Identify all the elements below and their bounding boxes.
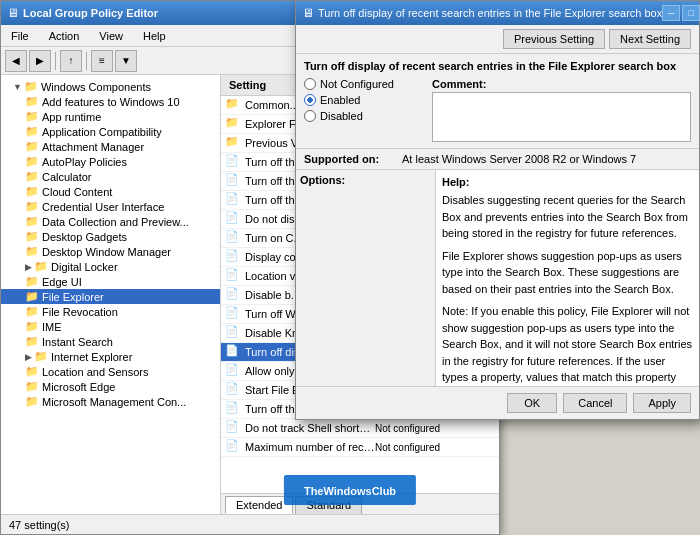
ok-button[interactable]: OK (507, 393, 557, 413)
list-row[interactable]: 📄 Maximum number of recent documents Not… (221, 438, 499, 457)
previous-setting-button[interactable]: Previous Setting (503, 29, 605, 49)
cancel-button[interactable]: Cancel (563, 393, 627, 413)
tree-item-attachment[interactable]: 📁 Attachment Manager (1, 139, 220, 154)
comment-textarea[interactable] (432, 92, 691, 142)
tree-item-digital-locker[interactable]: ▶ 📁 Digital Locker (1, 259, 220, 274)
radio-circle-not-configured (304, 78, 316, 90)
tree-item-app-runtime[interactable]: 📁 App runtime (1, 109, 220, 124)
tree-label: Add features to Windows 10 (42, 96, 180, 108)
tree-label: AutoPlay Policies (42, 156, 127, 168)
dialog-footer: OK Cancel Apply (296, 387, 699, 419)
statusbar: 47 setting(s) (1, 514, 499, 534)
tree-item-autoplay[interactable]: 📁 AutoPlay Policies (1, 154, 220, 169)
row-state: Not configured (375, 423, 495, 434)
policy-icon: 📄 (225, 344, 241, 360)
tree-item-mmc[interactable]: 📁 Microsoft Management Con... (1, 394, 220, 409)
up-button[interactable]: ↑ (60, 50, 82, 72)
radio-not-configured[interactable]: Not Configured (304, 78, 424, 90)
options-label: Options: (300, 174, 431, 186)
tree-label: Instant Search (42, 336, 113, 348)
policy-icon: 📄 (225, 382, 241, 398)
tree-item-cloud[interactable]: 📁 Cloud Content (1, 184, 220, 199)
tree-label: IME (42, 321, 62, 333)
help-para-1: Disables suggesting recent queries for t… (442, 192, 693, 242)
menu-view[interactable]: View (93, 28, 129, 44)
tree-item-file-revocation[interactable]: 📁 File Revocation (1, 304, 220, 319)
dialog-body: Turn off display of recent search entrie… (296, 54, 699, 419)
expand-arrow[interactable]: ▶ (25, 262, 32, 272)
radio-enabled[interactable]: Enabled (304, 94, 424, 106)
policy-icon: 📄 (225, 439, 241, 455)
folder-icon: 📁 (225, 116, 241, 132)
tree-label: Edge UI (42, 276, 82, 288)
tree-label: File Revocation (42, 306, 118, 318)
comment-label: Comment: (432, 78, 691, 90)
comment-section: Comment: (432, 78, 691, 142)
policy-icon: 📄 (225, 306, 241, 322)
folder-icon: 📁 (25, 200, 39, 213)
radio-label-disabled: Disabled (320, 110, 363, 122)
tree-item-desktop-window[interactable]: 📁 Desktop Window Manager (1, 244, 220, 259)
tree-item-windows-components[interactable]: ▼ 📁 Windows Components (1, 79, 220, 94)
tree-label: Attachment Manager (42, 141, 144, 153)
policy-icon: 📄 (225, 192, 241, 208)
menu-action[interactable]: Action (43, 28, 86, 44)
folder-icon: 📁 (25, 335, 39, 348)
menu-help[interactable]: Help (137, 28, 172, 44)
list-row[interactable]: 📄 Do not track Shell shortcuts during ro… (221, 419, 499, 438)
dialog-setting-title: Turn off display of recent search entrie… (304, 60, 691, 72)
folder-icon: 📁 (25, 305, 39, 318)
back-button[interactable]: ◀ (5, 50, 27, 72)
apply-button[interactable]: Apply (633, 393, 691, 413)
tree-item-ime[interactable]: 📁 IME (1, 319, 220, 334)
folder-icon: 📁 (25, 290, 39, 303)
expand-arrow[interactable]: ▶ (25, 352, 32, 362)
row-text: Maximum number of recent documents (245, 441, 375, 453)
view-button[interactable]: ≡ (91, 50, 113, 72)
filter-button[interactable]: ▼ (115, 50, 137, 72)
radio-label-enabled: Enabled (320, 94, 360, 106)
next-setting-button[interactable]: Next Setting (609, 29, 691, 49)
policy-icon: 📄 (225, 230, 241, 246)
dialog-options: Not Configured Enabled Disabled (304, 78, 424, 142)
tree-item-credential[interactable]: 📁 Credential User Interface (1, 199, 220, 214)
supported-value: At least Windows Server 2008 R2 or Windo… (402, 153, 691, 165)
tree-item-calculator[interactable]: 📁 Calculator (1, 169, 220, 184)
expand-arrow[interactable]: ▼ (13, 82, 22, 92)
folder-icon: 📁 (25, 110, 39, 123)
tree-label: Digital Locker (51, 261, 118, 273)
tree-label: Location and Sensors (42, 366, 148, 378)
dialog-minimize-button[interactable]: ─ (662, 5, 680, 21)
policy-icon: 📄 (225, 401, 241, 417)
menu-file[interactable]: File (5, 28, 35, 44)
tree-item-desktop-gadgets[interactable]: 📁 Desktop Gadgets (1, 229, 220, 244)
tree-item-ie[interactable]: ▶ 📁 Internet Explorer (1, 349, 220, 364)
radio-disabled[interactable]: Disabled (304, 110, 424, 122)
tree-label: Microsoft Edge (42, 381, 115, 393)
folder-icon: 📁 (25, 230, 39, 243)
tree-item-ms-edge[interactable]: 📁 Microsoft Edge (1, 379, 220, 394)
tree-item-datacollection[interactable]: 📁 Data Collection and Preview... (1, 214, 220, 229)
tree-item-file-explorer[interactable]: 📁 File Explorer (1, 289, 220, 304)
tree-label: Desktop Gadgets (42, 231, 127, 243)
policy-icon: 📄 (225, 325, 241, 341)
tree-panel[interactable]: ▼ 📁 Windows Components 📁 Add features to… (1, 75, 221, 514)
tree-item-add-features[interactable]: 📁 Add features to Windows 10 (1, 94, 220, 109)
tree-label: Microsoft Management Con... (42, 396, 186, 408)
dialog-maximize-button[interactable]: □ (682, 5, 700, 21)
dialog-window: 🖥 Turn off display of recent search entr… (295, 0, 700, 420)
supported-on-row: Supported on: At least Windows Server 20… (296, 149, 699, 170)
tree-item-app-compat[interactable]: 📁 Application Compatibility (1, 124, 220, 139)
tree-item-instant-search[interactable]: 📁 Instant Search (1, 334, 220, 349)
radio-circle-enabled (304, 94, 316, 106)
policy-icon: 📄 (225, 154, 241, 170)
forward-button[interactable]: ▶ (29, 50, 51, 72)
tree-item-edge-ui[interactable]: 📁 Edge UI (1, 274, 220, 289)
tree-label: Windows Components (41, 81, 151, 93)
policy-icon: 📄 (225, 363, 241, 379)
lgpe-title: Local Group Policy Editor (23, 7, 158, 19)
policy-icon: 📄 (225, 268, 241, 284)
row-text: Do not track Shell shortcuts during roam… (245, 422, 375, 434)
tree-item-location[interactable]: 📁 Location and Sensors (1, 364, 220, 379)
folder-icon: 📁 (25, 395, 39, 408)
